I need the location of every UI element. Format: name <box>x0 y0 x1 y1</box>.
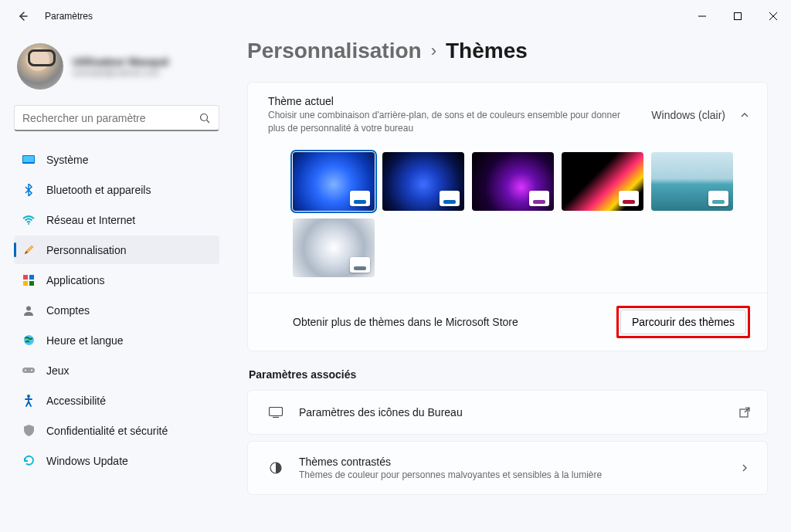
row-subtitle: Thèmes de couleur pour personnes malvoya… <box>299 469 724 480</box>
sidebar: Utilisateur Masqué exemple@outlook.com S… <box>0 32 232 532</box>
highlight-box: Parcourir des thèmes <box>616 306 750 338</box>
theme-grid <box>248 146 767 293</box>
nav-apps[interactable]: Applications <box>14 266 219 294</box>
nav-label: Windows Update <box>46 455 128 467</box>
person-icon <box>22 303 36 317</box>
nav-label: Système <box>46 154 88 166</box>
search-icon <box>199 112 211 124</box>
nav-accounts[interactable]: Comptes <box>14 296 219 324</box>
desktop-icon <box>268 405 283 420</box>
nav-system[interactable]: Système <box>14 145 219 174</box>
profile-block[interactable]: Utilisateur Masqué exemple@outlook.com <box>14 32 219 105</box>
nav-label: Applications <box>46 274 105 286</box>
nav-label: Réseau et Internet <box>46 214 135 226</box>
back-button[interactable] <box>15 9 29 23</box>
titlebar: Paramètres <box>0 0 791 32</box>
bluetooth-icon <box>22 183 36 197</box>
svg-point-16 <box>25 370 26 371</box>
maximize-button[interactable] <box>720 0 755 32</box>
gamepad-icon <box>22 364 36 378</box>
svg-rect-7 <box>23 156 34 162</box>
main-content: Personnalisation › Thèmes Thème actuel C… <box>232 32 791 532</box>
theme-option-5[interactable] <box>293 219 375 277</box>
system-icon <box>22 153 36 167</box>
chevron-up-icon <box>739 110 750 120</box>
nav-label: Bluetooth et appareils <box>46 184 151 196</box>
nav-personalization[interactable]: Personnalisation <box>14 236 219 264</box>
nav-label: Heure et langue <box>46 334 124 347</box>
profile-name: Utilisateur Masqué <box>73 56 168 68</box>
nav-gaming[interactable]: Jeux <box>14 356 219 385</box>
svg-rect-12 <box>29 281 34 286</box>
svg-line-5 <box>207 120 210 123</box>
svg-rect-9 <box>23 275 28 280</box>
chevron-right-icon <box>739 463 750 473</box>
search-input[interactable] <box>22 112 199 124</box>
row-title: Paramètres des icônes du Bureau <box>299 406 724 418</box>
wifi-icon <box>22 213 36 227</box>
nav-label: Jeux <box>46 364 70 377</box>
nav-time[interactable]: Heure et langue <box>14 326 219 354</box>
nav-privacy[interactable]: Confidentialité et sécurité <box>14 416 219 445</box>
theme-option-4[interactable] <box>651 152 733 211</box>
close-button[interactable] <box>755 0 791 32</box>
nav-accessibility[interactable]: Accessibilité <box>14 386 219 415</box>
card-subtitle: Choisir une combinaison d'arrière-plan, … <box>268 109 623 135</box>
contrast-themes-card[interactable]: Thèmes contrastés Thèmes de couleur pour… <box>247 441 768 495</box>
card-title: Thème actuel <box>268 95 637 107</box>
apps-icon <box>22 273 36 287</box>
current-theme-card: Thème actuel Choisir une combinaison d'a… <box>247 82 768 351</box>
nav-bluetooth[interactable]: Bluetooth et appareils <box>14 175 219 204</box>
current-theme-value: Windows (clair) <box>651 109 725 121</box>
theme-option-1[interactable] <box>382 152 464 211</box>
chevron-right-icon: › <box>431 41 436 61</box>
paintbrush-icon <box>22 243 36 257</box>
profile-text: Utilisateur Masqué exemple@outlook.com <box>73 56 168 77</box>
globe-icon <box>22 334 36 347</box>
svg-rect-1 <box>735 13 742 20</box>
window-title: Paramètres <box>45 11 93 22</box>
svg-point-4 <box>201 114 208 120</box>
related-heading: Paramètres associés <box>249 368 768 381</box>
accessibility-icon <box>22 394 36 408</box>
window-controls <box>684 0 791 32</box>
theme-option-3[interactable] <box>562 152 643 211</box>
theme-option-0[interactable] <box>293 152 375 211</box>
nav-label: Personnalisation <box>46 244 127 256</box>
nav-list: Système Bluetooth et appareils Réseau et… <box>14 145 219 475</box>
theme-card-footer: Obtenir plus de thèmes dans le Microsoft… <box>248 293 767 351</box>
external-icon <box>739 407 750 418</box>
svg-point-14 <box>24 335 34 345</box>
search-box[interactable] <box>14 105 219 131</box>
theme-card-header[interactable]: Thème actuel Choisir une combinaison d'a… <box>248 83 767 146</box>
update-icon <box>22 454 36 468</box>
svg-point-17 <box>31 370 32 371</box>
svg-rect-19 <box>270 407 283 415</box>
minimize-button[interactable] <box>684 0 720 32</box>
nav-label: Confidentialité et sécurité <box>46 425 168 437</box>
row-title: Thèmes contrastés <box>299 456 724 468</box>
browse-themes-button[interactable]: Parcourir des thèmes <box>620 310 746 334</box>
svg-rect-10 <box>29 275 34 280</box>
theme-option-2[interactable] <box>472 152 554 211</box>
nav-label: Accessibilité <box>46 395 106 407</box>
profile-email: exemple@outlook.com <box>73 68 168 77</box>
svg-rect-15 <box>22 368 35 373</box>
nav-update[interactable]: Windows Update <box>14 446 219 475</box>
svg-point-13 <box>26 306 31 310</box>
breadcrumb-parent[interactable]: Personnalisation <box>247 39 422 63</box>
svg-rect-11 <box>23 281 28 286</box>
nav-network[interactable]: Réseau et Internet <box>14 205 219 234</box>
contrast-icon <box>268 460 283 476</box>
breadcrumb: Personnalisation › Thèmes <box>247 39 768 63</box>
desktop-icons-card[interactable]: Paramètres des icônes du Bureau <box>247 390 768 435</box>
footer-text: Obtenir plus de thèmes dans le Microsoft… <box>293 316 616 328</box>
nav-label: Comptes <box>46 304 90 317</box>
avatar <box>17 43 63 90</box>
shield-icon <box>22 424 36 438</box>
breadcrumb-current: Thèmes <box>446 39 528 63</box>
svg-point-8 <box>28 223 29 225</box>
